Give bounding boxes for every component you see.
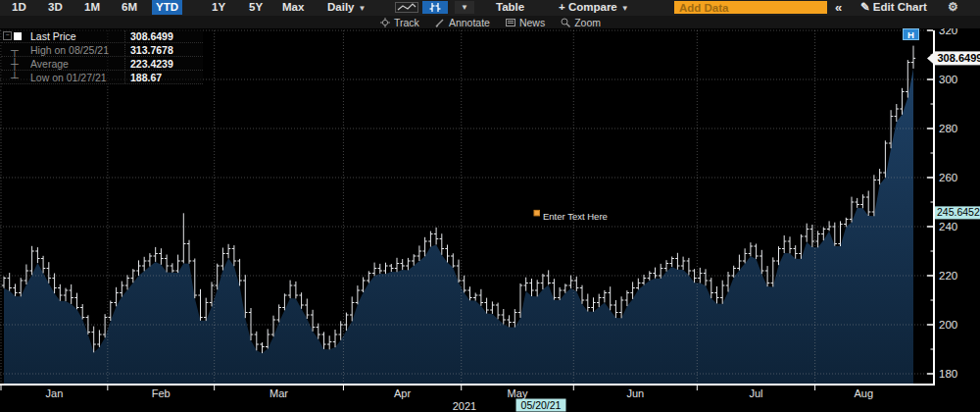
annotation-text[interactable]: Enter Text Here [543, 211, 608, 222]
crosshair-icon [380, 18, 390, 27]
collapse-box-icon[interactable]: − [3, 31, 12, 40]
last-price-label: 308.6499 [938, 52, 980, 64]
month-label: May [508, 387, 528, 399]
crosshair-date-label: 05/20/21 [521, 399, 562, 411]
plus-icon: + [559, 1, 565, 13]
legend-label: Low on 01/27/21 [30, 72, 124, 83]
legend-value: 308.6499 [124, 30, 203, 42]
tool-label: Track [394, 17, 419, 28]
legend-row-high[interactable]: ┬High on 08/25/21313.7678 [1, 43, 203, 57]
tool-label: Zoom [574, 17, 601, 28]
price-tick-label: 300 [939, 74, 957, 85]
last-price-marker-arrow [927, 51, 935, 65]
add-data-input[interactable] [674, 1, 827, 14]
pencil-icon: ✎ [860, 1, 870, 13]
annotate-tool-button[interactable]: Annotate [435, 17, 490, 28]
edit-chart-label: Edit Chart [873, 1, 927, 13]
chevron-down-icon: ▼ [359, 4, 367, 13]
legend-row-last-price[interactable]: −Last Price308.6499 [1, 29, 203, 43]
price-tick-label: 280 [939, 123, 957, 134]
year-label: 2021 [453, 400, 476, 412]
pencil-icon [435, 18, 445, 27]
legend-value: 188.67 [124, 72, 203, 83]
line-chart-icon [395, 2, 418, 13]
legend-row-avg[interactable]: ┼Average223.4239 [1, 57, 203, 71]
range-button-1d[interactable]: 1D [8, 0, 30, 15]
month-label: Jan [46, 387, 64, 399]
high-marker-label: H [907, 29, 914, 40]
range-button-ytd[interactable]: YTD [152, 0, 182, 15]
news-tool-button[interactable]: News [506, 17, 545, 28]
range-button-5y[interactable]: 5Y [245, 0, 267, 15]
range-button-3d[interactable]: 3D [44, 0, 67, 15]
annotation-handle[interactable] [534, 210, 540, 216]
price-tick-label: 260 [939, 172, 957, 183]
range-button-6m[interactable]: 6M [118, 0, 141, 15]
range-button-max[interactable]: Max [278, 0, 308, 15]
month-label: Feb [152, 387, 171, 399]
range-button-1m[interactable]: 1M [80, 0, 104, 15]
tool-label: News [519, 17, 545, 28]
zoom-tool-button[interactable]: Zoom [561, 17, 601, 28]
chart-type-dropdown[interactable]: ▼ [455, 1, 474, 14]
range-button-1y[interactable]: 1Y [208, 0, 229, 15]
collapse-toolbar-button[interactable]: « [831, 0, 846, 15]
chevron-down-icon: ▼ [621, 4, 629, 13]
avg-marker-icon: ┼ [3, 59, 19, 69]
line-chart-type-button[interactable] [394, 1, 419, 14]
chart-tools-bar: TrackAnnotateNewsZoom [0, 16, 980, 28]
track-tool-button[interactable]: Track [380, 17, 419, 28]
magnifier-icon [561, 18, 570, 27]
chevron-down-icon: ▼ [461, 3, 468, 12]
compare-label: Compare [568, 1, 617, 13]
price-tick-label: 240 [939, 221, 957, 232]
legend-row-low[interactable]: ┴Low on 01/27/21188.67 [1, 71, 203, 84]
edit-chart-button[interactable]: ✎ Edit Chart [857, 0, 931, 15]
price-tick-label: 320 [939, 28, 957, 36]
month-label: Mar [270, 387, 288, 399]
high-marker-icon: ┬ [3, 45, 19, 55]
price-tick-label: 180 [939, 368, 957, 380]
legend-value: 223.4239 [124, 58, 203, 70]
crosshair-price-label: 245.6452 [937, 206, 980, 218]
legend-label: High on 08/25/21 [30, 44, 124, 56]
month-label: Jul [749, 387, 762, 399]
candlestick-chart-type-button[interactable] [422, 1, 448, 14]
bloomberg-chart-window: 1D3D1M6MYTD1Y5YMax Daily▼ ▼ Table + Comp… [0, 0, 980, 412]
legend-label: Average [30, 58, 124, 70]
main-toolbar: 1D3D1M6MYTD1Y5YMax Daily▼ ▼ Table + Comp… [0, 0, 980, 17]
chart-legend: −Last Price308.6499┬High on 08/25/21313.… [1, 29, 203, 84]
news-icon [506, 18, 515, 27]
period-dropdown[interactable]: Daily▼ [323, 0, 369, 15]
compare-button[interactable]: + Compare▼ [555, 0, 633, 15]
chart-tools-group: TrackAnnotateNewsZoom [380, 16, 601, 28]
month-label: Aug [855, 387, 874, 399]
table-button[interactable]: Table [492, 0, 528, 15]
legend-value: 313.7678 [124, 44, 203, 56]
low-marker-icon: ┴ [3, 73, 19, 82]
month-label: Jun [626, 387, 644, 399]
settings-gear-icon[interactable]: ⚙ [944, 0, 962, 15]
price-tick-label: 220 [939, 270, 957, 282]
series-color-swatch [14, 32, 22, 40]
candlestick-icon [426, 2, 444, 13]
tool-label: Annotate [449, 17, 490, 28]
month-label: Apr [394, 387, 411, 399]
period-dropdown-label: Daily [327, 1, 355, 13]
price-tick-label: 200 [939, 319, 957, 331]
legend-label: Last Price [30, 30, 124, 42]
price-chart-plot[interactable]: 180200220240260280300320JanFebMarAprMayJ… [0, 28, 980, 412]
